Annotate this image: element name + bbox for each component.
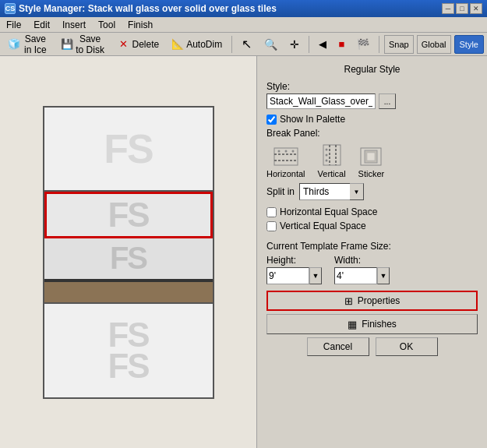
menu-tool[interactable]: Tool xyxy=(95,19,118,30)
ok-button[interactable]: OK xyxy=(376,337,438,356)
svg-point-3 xyxy=(277,150,280,153)
menu-bar: File Edit Insert Tool Finish xyxy=(0,17,487,33)
horiz-equal-row: Horizontal Equal Space xyxy=(266,206,478,217)
window-title: Style Manager: Stack wall glass over sol… xyxy=(19,3,277,14)
auto-dim-icon: 📐 xyxy=(171,38,184,51)
split-combo: ▼ xyxy=(299,183,364,200)
close-button[interactable]: ✕ xyxy=(470,3,482,14)
horiz-equal-checkbox[interactable] xyxy=(266,207,277,217)
preview-section-bottom: FS FS xyxy=(44,304,213,397)
svg-point-4 xyxy=(284,150,287,153)
break-panel-section: Break Panel: Horizontal xyxy=(266,128,478,231)
show-in-palette-label: Show In Palette xyxy=(280,114,345,125)
break-panel-label: Break Panel: xyxy=(266,128,478,139)
window-controls[interactable]: ─ □ ✕ xyxy=(442,3,482,14)
svg-point-5 xyxy=(291,150,294,153)
menu-finish[interactable]: Finish xyxy=(125,19,156,30)
style-preview: FS FS FS FS FS xyxy=(43,106,214,399)
maximize-button[interactable]: □ xyxy=(456,3,468,14)
break-vertical-item[interactable]: Vertical xyxy=(318,143,346,178)
delete-icon: ✕ xyxy=(118,38,130,51)
svg-point-10 xyxy=(325,154,327,157)
split-in-input[interactable] xyxy=(299,183,350,200)
break-horizontal-item[interactable]: Horizontal xyxy=(266,146,305,178)
menu-edit[interactable]: Edit xyxy=(30,19,53,30)
frame-size-section: Current Template Frame Size: Height: ▼ W… xyxy=(266,241,478,284)
cancel-button[interactable]: Cancel xyxy=(307,337,369,356)
app-icon: CS xyxy=(5,3,16,14)
auto-dim-button[interactable]: 📐 AutoDim xyxy=(167,35,227,54)
right-panel: Regular Style Style: ... Show In Palette… xyxy=(257,56,487,448)
snap-button[interactable]: Snap xyxy=(384,35,414,54)
title-bar: CS Style Manager: Stack wall glass over … xyxy=(0,0,487,17)
preview-section-selected: FS xyxy=(44,192,213,238)
show-palette-row: Show In Palette xyxy=(266,114,478,125)
cancel-ok-row: Cancel OK xyxy=(266,337,478,356)
split-in-label: Split in xyxy=(266,186,295,197)
properties-icon: ⊞ xyxy=(344,295,353,307)
preview-section-bar xyxy=(44,282,213,304)
svg-point-9 xyxy=(325,149,327,151)
horizontal-break-icon xyxy=(273,146,299,167)
width-col: Width: ▼ xyxy=(334,255,390,284)
style-input[interactable] xyxy=(266,93,376,109)
height-select-row: ▼ xyxy=(266,267,322,284)
style-button[interactable]: Style xyxy=(454,35,484,54)
save-to-disk-button[interactable]: 💾 Save to Disk xyxy=(56,35,110,54)
preview-fs-top: FS xyxy=(104,125,152,172)
nav-red-button[interactable]: ■ xyxy=(334,35,350,54)
svg-point-11 xyxy=(325,160,327,162)
finishes-icon: ▦ xyxy=(348,319,357,330)
width-dropdown-button[interactable]: ▼ xyxy=(377,267,390,284)
sticker-break-label: Sticker xyxy=(358,169,385,178)
style-input-row: ... xyxy=(266,93,478,109)
delete-button[interactable]: ✕ Delete xyxy=(113,35,164,54)
arrow-tool-button[interactable]: ↖ xyxy=(237,35,256,54)
toolbar: 🧊 Save in Ice 💾 Save to Disk ✕ Delete 📐 … xyxy=(0,33,487,56)
sticker-break-icon xyxy=(359,146,383,167)
toolbar-sep-3 xyxy=(379,36,379,53)
style-dots-button[interactable]: ... xyxy=(379,93,396,109)
width-label: Width: xyxy=(334,255,390,266)
properties-button[interactable]: ⊞ Properties xyxy=(266,291,478,311)
preview-section-mid: FS xyxy=(44,238,213,282)
space-section: Horizontal Equal Space Vertical Equal Sp… xyxy=(266,206,478,231)
width-input[interactable] xyxy=(334,267,377,284)
preview-fs-double: FS FS xyxy=(108,319,148,381)
vertical-break-label: Vertical xyxy=(318,169,346,178)
frame-size-row: Height: ▼ Width: ▼ xyxy=(266,255,478,284)
vert-equal-row: Vertical Equal Space xyxy=(266,220,478,231)
search-button[interactable]: 🔍 xyxy=(259,35,282,54)
vert-equal-label: Vertical Equal Space xyxy=(280,220,366,231)
menu-file[interactable]: File xyxy=(3,19,24,30)
horiz-equal-label: Horizontal Equal Space xyxy=(280,206,377,217)
save-to-disk-icon: 💾 xyxy=(61,38,73,51)
move-button[interactable]: ✛ xyxy=(285,35,304,54)
vert-equal-checkbox[interactable] xyxy=(266,221,277,231)
preview-section-top: FS xyxy=(44,108,213,192)
minimize-button[interactable]: ─ xyxy=(442,3,454,14)
style-row: Style: ... xyxy=(266,81,478,109)
vertical-break-icon xyxy=(322,143,342,167)
nav-flag-button[interactable]: 🏁 xyxy=(352,35,374,54)
preview-fs-selected: FS xyxy=(108,196,148,235)
save-in-ice-button[interactable]: 🧊 Save in Ice xyxy=(3,35,53,54)
height-col: Height: ▼ xyxy=(266,255,322,284)
style-label: Style: xyxy=(266,81,478,92)
split-in-row: Split in ▼ xyxy=(266,183,478,200)
toolbar-sep-2 xyxy=(309,36,309,53)
horizontal-break-label: Horizontal xyxy=(266,169,305,178)
global-button[interactable]: Global xyxy=(417,35,451,54)
preview-fs-mid: FS xyxy=(110,241,146,276)
height-input[interactable] xyxy=(266,267,309,284)
show-in-palette-checkbox[interactable] xyxy=(266,115,277,125)
split-in-dropdown-button[interactable]: ▼ xyxy=(350,183,364,200)
height-label: Height: xyxy=(266,255,322,266)
finishes-button[interactable]: ▦ Finishes xyxy=(266,314,478,334)
nav-left-button[interactable]: ◀ xyxy=(314,35,331,54)
height-dropdown-button[interactable]: ▼ xyxy=(309,267,322,284)
width-select-row: ▼ xyxy=(334,267,390,284)
preview-panel: FS FS FS FS FS xyxy=(0,56,257,448)
menu-insert[interactable]: Insert xyxy=(59,19,89,30)
break-sticker-item[interactable]: Sticker xyxy=(358,146,385,178)
